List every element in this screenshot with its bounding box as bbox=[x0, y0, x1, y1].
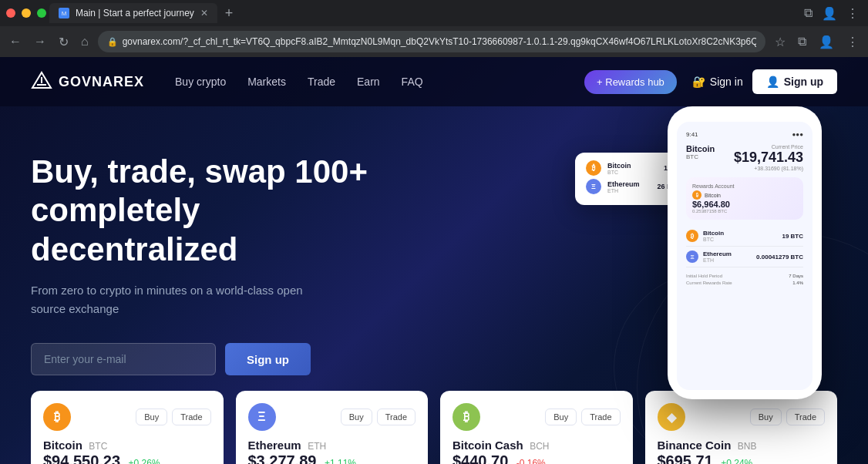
phone-hold-value: 7 Days bbox=[789, 274, 803, 278]
btc-price: $94,550.23 bbox=[43, 452, 120, 464]
nav-markets[interactable]: Markets bbox=[247, 76, 286, 88]
address-bar[interactable]: 🔒 bbox=[98, 31, 765, 52]
back-button[interactable]: ← bbox=[6, 32, 25, 52]
tab-close-button[interactable]: ✕ bbox=[200, 8, 208, 18]
phone-rewards-sub: 0.25387158 BTC bbox=[692, 209, 797, 214]
forward-button[interactable]: → bbox=[31, 32, 49, 52]
page-content: GOVNAREX Buy crypto Markets Trade Earn F… bbox=[0, 57, 868, 464]
bnb-name-row: Binance Coin BNB bbox=[658, 439, 826, 452]
fc-btc-name: Bitcoin bbox=[607, 162, 631, 170]
nav-buy-crypto[interactable]: Buy crypto bbox=[175, 76, 226, 88]
phone-btc-ticker: BTC bbox=[703, 237, 777, 242]
phone-eth-info: Ethereum ETH bbox=[703, 250, 752, 263]
bnb-price: $695.71 bbox=[658, 452, 713, 464]
eth-price-row: $3,277.89 +1.11% bbox=[248, 452, 416, 464]
coin-card-eth: Ξ Buy Trade Ethereum ETH $3,277.89 +1.11… bbox=[236, 391, 429, 464]
signup-label: Sign up bbox=[784, 76, 823, 88]
menu-icon[interactable]: ⋮ bbox=[843, 3, 862, 24]
btc-actions: Buy Trade bbox=[136, 409, 210, 425]
phone-eth-icon: Ξ bbox=[686, 250, 698, 263]
phone-rewards-btc-icon: ₿ bbox=[692, 190, 701, 200]
phone-signal: ●●● bbox=[792, 131, 804, 138]
phone-rate-label: Current Rewards Rate bbox=[686, 281, 732, 285]
hero-subtitle: From zero to crypto in minutes on a worl… bbox=[31, 281, 324, 318]
phone-rewards-amount: $6,964.80 bbox=[692, 200, 797, 209]
phone-time: 9:41 bbox=[686, 131, 698, 138]
bch-buy-button[interactable]: Buy bbox=[545, 409, 577, 425]
reload-button[interactable]: ↻ bbox=[56, 32, 72, 52]
eth-buy-button[interactable]: Buy bbox=[341, 409, 372, 425]
fc-eth-info: Ethereum ETH bbox=[607, 180, 640, 193]
email-input[interactable] bbox=[31, 343, 216, 375]
extensions-button[interactable]: ⧉ bbox=[795, 32, 809, 52]
phone-coin-header: Bitcoin BTC Current Price $19,741.43 +38… bbox=[686, 144, 803, 171]
hero-signup-button[interactable]: Sign up bbox=[225, 343, 311, 375]
coin-card-btc: ₿ Buy Trade Bitcoin BTC $94,550.23 +0.26… bbox=[31, 391, 224, 464]
new-tab-button[interactable]: + bbox=[220, 4, 238, 23]
btc-change: +0.26% bbox=[129, 458, 160, 464]
btc-trade-button[interactable]: Trade bbox=[172, 409, 210, 425]
eth-actions: Buy Trade bbox=[341, 409, 415, 425]
phone-rewards-coin: Bitcoin bbox=[705, 193, 721, 198]
window-maximize-button[interactable] bbox=[37, 8, 46, 18]
phone-coin-info: Bitcoin BTC bbox=[686, 144, 715, 160]
phone-coin-name: Bitcoin bbox=[686, 144, 715, 153]
signin-button[interactable]: 🔐 Sign in bbox=[692, 76, 743, 88]
phone-mockup: 9:41 ●●● Bitcoin BTC Current Price $19,7… bbox=[668, 106, 822, 399]
account-button[interactable]: 👤 bbox=[816, 32, 837, 52]
phone-big-price: $19,741.43 bbox=[734, 150, 803, 166]
hero-title: Buy, trade, swap 100+ completely decentr… bbox=[31, 153, 401, 269]
browser-toolbar-icons: ⧉ 👤 ⋮ bbox=[801, 3, 862, 24]
nav-earn[interactable]: Earn bbox=[357, 76, 380, 88]
bookmark-button[interactable]: ☆ bbox=[772, 32, 789, 52]
browser-tabs: M Main | Start a perfect journey ✕ + bbox=[49, 3, 798, 23]
phone-btc-amount: 19 BTC bbox=[782, 233, 803, 240]
window-close-button[interactable] bbox=[6, 8, 15, 18]
phone-small-details: Initial Hold Period 7 Days Current Rewar… bbox=[686, 274, 803, 285]
home-button[interactable]: ⌂ bbox=[78, 32, 92, 52]
eth-price: $3,277.89 bbox=[248, 452, 317, 464]
bnb-ticker: BNB bbox=[738, 441, 757, 452]
signup-button[interactable]: 👤 Sign up bbox=[752, 69, 837, 94]
fc-btc-info: Bitcoin BTC bbox=[607, 162, 631, 175]
btc-price-row: $94,550.23 +0.26% bbox=[43, 452, 211, 464]
phone-btc-row: ₿ Bitcoin BTC 19 BTC bbox=[686, 226, 803, 247]
browser-chrome: M Main | Start a perfect journey ✕ + ⧉ 👤… bbox=[0, 0, 868, 26]
coin-card-eth-header: Ξ Buy Trade bbox=[248, 403, 416, 431]
phone-coin-ticker: BTC bbox=[686, 153, 715, 160]
signup-icon: 👤 bbox=[766, 76, 779, 88]
phone-price-block: Current Price $19,741.43 +38.31690 (81.1… bbox=[734, 144, 803, 171]
url-input[interactable] bbox=[123, 36, 756, 47]
logo-text: GOVNAREX bbox=[59, 74, 144, 90]
phone-rate-value: 1.4% bbox=[792, 281, 803, 285]
phone-btc-name: Bitcoin bbox=[703, 230, 777, 237]
btc-ticker: BTC bbox=[89, 441, 107, 452]
phone-price-label: Current Price bbox=[734, 144, 803, 150]
more-button[interactable]: ⋮ bbox=[843, 32, 862, 52]
btc-buy-button[interactable]: Buy bbox=[136, 409, 167, 425]
phone-screen: 9:41 ●●● Bitcoin BTC Current Price $19,7… bbox=[677, 122, 812, 390]
btc-name: Bitcoin bbox=[43, 439, 82, 452]
bch-icon: ₿ bbox=[453, 403, 480, 431]
eth-name-row: Ethereum ETH bbox=[248, 439, 416, 452]
nav-links: Buy crypto Markets Trade Earn FAQ bbox=[175, 76, 584, 88]
phone-eth-ticker: ETH bbox=[703, 257, 752, 263]
nav-trade[interactable]: Trade bbox=[308, 76, 335, 88]
fc-eth-name: Ethereum bbox=[607, 180, 640, 188]
nav-faq[interactable]: FAQ bbox=[402, 76, 423, 88]
eth-trade-button[interactable]: Trade bbox=[377, 409, 415, 425]
fc-btc-ticker: BTC bbox=[607, 170, 631, 175]
address-bar-row: ← → ↻ ⌂ 🔒 ☆ ⧉ 👤 ⋮ bbox=[0, 26, 868, 57]
btc-icon: ₿ bbox=[43, 403, 71, 431]
lock-icon: 🔒 bbox=[107, 37, 118, 47]
window-controls bbox=[6, 8, 46, 18]
rewards-hub-button[interactable]: + Rewards hub bbox=[584, 70, 677, 94]
eth-icon: Ξ bbox=[248, 403, 276, 431]
window-minimize-button[interactable] bbox=[22, 8, 31, 18]
browser-tab-active[interactable]: M Main | Start a perfect journey ✕ bbox=[49, 3, 217, 23]
phone-rate-row: Current Rewards Rate 1.4% bbox=[686, 281, 803, 285]
profile-icon[interactable]: 👤 bbox=[819, 3, 840, 24]
eth-ticker: ETH bbox=[308, 441, 326, 452]
phone-btc-info: Bitcoin BTC bbox=[703, 230, 777, 242]
extensions-icon[interactable]: ⧉ bbox=[801, 3, 816, 24]
